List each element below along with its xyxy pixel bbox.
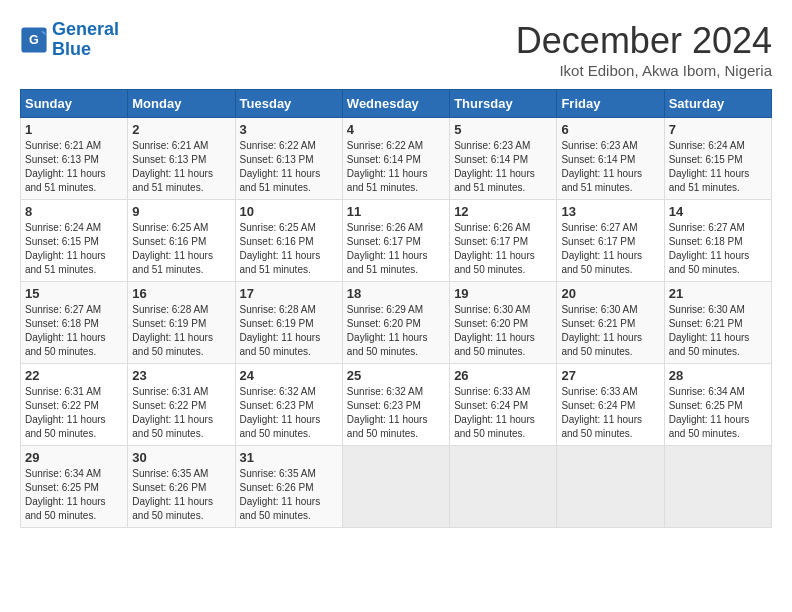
day-number: 15 bbox=[25, 286, 123, 301]
calendar-week-row: 8Sunrise: 6:24 AM Sunset: 6:15 PM Daylig… bbox=[21, 200, 772, 282]
day-info: Sunrise: 6:25 AM Sunset: 6:16 PM Dayligh… bbox=[240, 221, 338, 277]
calendar-day-cell: 17Sunrise: 6:28 AM Sunset: 6:19 PM Dayli… bbox=[235, 282, 342, 364]
day-number: 1 bbox=[25, 122, 123, 137]
day-info: Sunrise: 6:34 AM Sunset: 6:25 PM Dayligh… bbox=[669, 385, 767, 441]
day-info: Sunrise: 6:29 AM Sunset: 6:20 PM Dayligh… bbox=[347, 303, 445, 359]
calendar-day-cell: 22Sunrise: 6:31 AM Sunset: 6:22 PM Dayli… bbox=[21, 364, 128, 446]
day-number: 4 bbox=[347, 122, 445, 137]
logo-text: GeneralBlue bbox=[52, 20, 119, 60]
calendar-day-cell: 12Sunrise: 6:26 AM Sunset: 6:17 PM Dayli… bbox=[450, 200, 557, 282]
day-number: 20 bbox=[561, 286, 659, 301]
calendar-day-cell: 9Sunrise: 6:25 AM Sunset: 6:16 PM Daylig… bbox=[128, 200, 235, 282]
day-info: Sunrise: 6:26 AM Sunset: 6:17 PM Dayligh… bbox=[347, 221, 445, 277]
day-number: 31 bbox=[240, 450, 338, 465]
day-info: Sunrise: 6:24 AM Sunset: 6:15 PM Dayligh… bbox=[669, 139, 767, 195]
day-info: Sunrise: 6:35 AM Sunset: 6:26 PM Dayligh… bbox=[132, 467, 230, 523]
day-number: 13 bbox=[561, 204, 659, 219]
day-info: Sunrise: 6:23 AM Sunset: 6:14 PM Dayligh… bbox=[561, 139, 659, 195]
calendar-week-row: 29Sunrise: 6:34 AM Sunset: 6:25 PM Dayli… bbox=[21, 446, 772, 528]
weekday-header-row: SundayMondayTuesdayWednesdayThursdayFrid… bbox=[21, 90, 772, 118]
month-title: December 2024 bbox=[516, 20, 772, 62]
day-number: 9 bbox=[132, 204, 230, 219]
day-info: Sunrise: 6:28 AM Sunset: 6:19 PM Dayligh… bbox=[240, 303, 338, 359]
day-number: 17 bbox=[240, 286, 338, 301]
calendar-day-cell: 10Sunrise: 6:25 AM Sunset: 6:16 PM Dayli… bbox=[235, 200, 342, 282]
day-number: 18 bbox=[347, 286, 445, 301]
page-header: G GeneralBlue December 2024 Ikot Edibon,… bbox=[20, 20, 772, 79]
weekday-header-cell: Friday bbox=[557, 90, 664, 118]
day-number: 6 bbox=[561, 122, 659, 137]
day-number: 27 bbox=[561, 368, 659, 383]
day-number: 23 bbox=[132, 368, 230, 383]
calendar-day-cell: 29Sunrise: 6:34 AM Sunset: 6:25 PM Dayli… bbox=[21, 446, 128, 528]
day-info: Sunrise: 6:31 AM Sunset: 6:22 PM Dayligh… bbox=[132, 385, 230, 441]
day-info: Sunrise: 6:23 AM Sunset: 6:14 PM Dayligh… bbox=[454, 139, 552, 195]
calendar-body: 1Sunrise: 6:21 AM Sunset: 6:13 PM Daylig… bbox=[21, 118, 772, 528]
calendar-day-cell: 20Sunrise: 6:30 AM Sunset: 6:21 PM Dayli… bbox=[557, 282, 664, 364]
day-info: Sunrise: 6:30 AM Sunset: 6:21 PM Dayligh… bbox=[561, 303, 659, 359]
day-info: Sunrise: 6:34 AM Sunset: 6:25 PM Dayligh… bbox=[25, 467, 123, 523]
calendar-day-cell bbox=[342, 446, 449, 528]
weekday-header-cell: Sunday bbox=[21, 90, 128, 118]
calendar-week-row: 15Sunrise: 6:27 AM Sunset: 6:18 PM Dayli… bbox=[21, 282, 772, 364]
calendar-day-cell: 24Sunrise: 6:32 AM Sunset: 6:23 PM Dayli… bbox=[235, 364, 342, 446]
day-info: Sunrise: 6:22 AM Sunset: 6:13 PM Dayligh… bbox=[240, 139, 338, 195]
weekday-header-cell: Saturday bbox=[664, 90, 771, 118]
calendar-day-cell: 11Sunrise: 6:26 AM Sunset: 6:17 PM Dayli… bbox=[342, 200, 449, 282]
day-info: Sunrise: 6:30 AM Sunset: 6:21 PM Dayligh… bbox=[669, 303, 767, 359]
calendar-week-row: 22Sunrise: 6:31 AM Sunset: 6:22 PM Dayli… bbox=[21, 364, 772, 446]
calendar-day-cell: 26Sunrise: 6:33 AM Sunset: 6:24 PM Dayli… bbox=[450, 364, 557, 446]
day-number: 21 bbox=[669, 286, 767, 301]
day-number: 19 bbox=[454, 286, 552, 301]
day-info: Sunrise: 6:27 AM Sunset: 6:17 PM Dayligh… bbox=[561, 221, 659, 277]
svg-text:G: G bbox=[29, 33, 39, 47]
calendar-day-cell: 21Sunrise: 6:30 AM Sunset: 6:21 PM Dayli… bbox=[664, 282, 771, 364]
calendar-day-cell: 8Sunrise: 6:24 AM Sunset: 6:15 PM Daylig… bbox=[21, 200, 128, 282]
calendar-day-cell: 16Sunrise: 6:28 AM Sunset: 6:19 PM Dayli… bbox=[128, 282, 235, 364]
calendar-day-cell: 1Sunrise: 6:21 AM Sunset: 6:13 PM Daylig… bbox=[21, 118, 128, 200]
logo: G GeneralBlue bbox=[20, 20, 119, 60]
day-number: 30 bbox=[132, 450, 230, 465]
day-info: Sunrise: 6:21 AM Sunset: 6:13 PM Dayligh… bbox=[132, 139, 230, 195]
calendar-day-cell: 18Sunrise: 6:29 AM Sunset: 6:20 PM Dayli… bbox=[342, 282, 449, 364]
weekday-header-cell: Thursday bbox=[450, 90, 557, 118]
title-block: December 2024 Ikot Edibon, Akwa Ibom, Ni… bbox=[516, 20, 772, 79]
calendar-day-cell: 19Sunrise: 6:30 AM Sunset: 6:20 PM Dayli… bbox=[450, 282, 557, 364]
weekday-header-cell: Wednesday bbox=[342, 90, 449, 118]
calendar-day-cell: 31Sunrise: 6:35 AM Sunset: 6:26 PM Dayli… bbox=[235, 446, 342, 528]
day-number: 22 bbox=[25, 368, 123, 383]
day-number: 25 bbox=[347, 368, 445, 383]
calendar-day-cell bbox=[450, 446, 557, 528]
day-info: Sunrise: 6:28 AM Sunset: 6:19 PM Dayligh… bbox=[132, 303, 230, 359]
calendar-day-cell: 5Sunrise: 6:23 AM Sunset: 6:14 PM Daylig… bbox=[450, 118, 557, 200]
calendar-day-cell: 7Sunrise: 6:24 AM Sunset: 6:15 PM Daylig… bbox=[664, 118, 771, 200]
calendar-day-cell: 28Sunrise: 6:34 AM Sunset: 6:25 PM Dayli… bbox=[664, 364, 771, 446]
day-number: 28 bbox=[669, 368, 767, 383]
calendar-day-cell: 2Sunrise: 6:21 AM Sunset: 6:13 PM Daylig… bbox=[128, 118, 235, 200]
day-info: Sunrise: 6:27 AM Sunset: 6:18 PM Dayligh… bbox=[669, 221, 767, 277]
calendar-day-cell: 23Sunrise: 6:31 AM Sunset: 6:22 PM Dayli… bbox=[128, 364, 235, 446]
calendar-day-cell: 15Sunrise: 6:27 AM Sunset: 6:18 PM Dayli… bbox=[21, 282, 128, 364]
calendar-day-cell: 13Sunrise: 6:27 AM Sunset: 6:17 PM Dayli… bbox=[557, 200, 664, 282]
day-info: Sunrise: 6:33 AM Sunset: 6:24 PM Dayligh… bbox=[454, 385, 552, 441]
day-number: 10 bbox=[240, 204, 338, 219]
calendar-week-row: 1Sunrise: 6:21 AM Sunset: 6:13 PM Daylig… bbox=[21, 118, 772, 200]
day-number: 3 bbox=[240, 122, 338, 137]
day-number: 7 bbox=[669, 122, 767, 137]
day-number: 29 bbox=[25, 450, 123, 465]
day-number: 14 bbox=[669, 204, 767, 219]
day-info: Sunrise: 6:21 AM Sunset: 6:13 PM Dayligh… bbox=[25, 139, 123, 195]
day-number: 16 bbox=[132, 286, 230, 301]
day-number: 5 bbox=[454, 122, 552, 137]
calendar-day-cell: 6Sunrise: 6:23 AM Sunset: 6:14 PM Daylig… bbox=[557, 118, 664, 200]
calendar-day-cell: 27Sunrise: 6:33 AM Sunset: 6:24 PM Dayli… bbox=[557, 364, 664, 446]
day-info: Sunrise: 6:31 AM Sunset: 6:22 PM Dayligh… bbox=[25, 385, 123, 441]
day-number: 2 bbox=[132, 122, 230, 137]
day-number: 24 bbox=[240, 368, 338, 383]
day-info: Sunrise: 6:27 AM Sunset: 6:18 PM Dayligh… bbox=[25, 303, 123, 359]
calendar-day-cell: 3Sunrise: 6:22 AM Sunset: 6:13 PM Daylig… bbox=[235, 118, 342, 200]
day-info: Sunrise: 6:35 AM Sunset: 6:26 PM Dayligh… bbox=[240, 467, 338, 523]
day-info: Sunrise: 6:24 AM Sunset: 6:15 PM Dayligh… bbox=[25, 221, 123, 277]
logo-icon: G bbox=[20, 26, 48, 54]
calendar-day-cell: 14Sunrise: 6:27 AM Sunset: 6:18 PM Dayli… bbox=[664, 200, 771, 282]
